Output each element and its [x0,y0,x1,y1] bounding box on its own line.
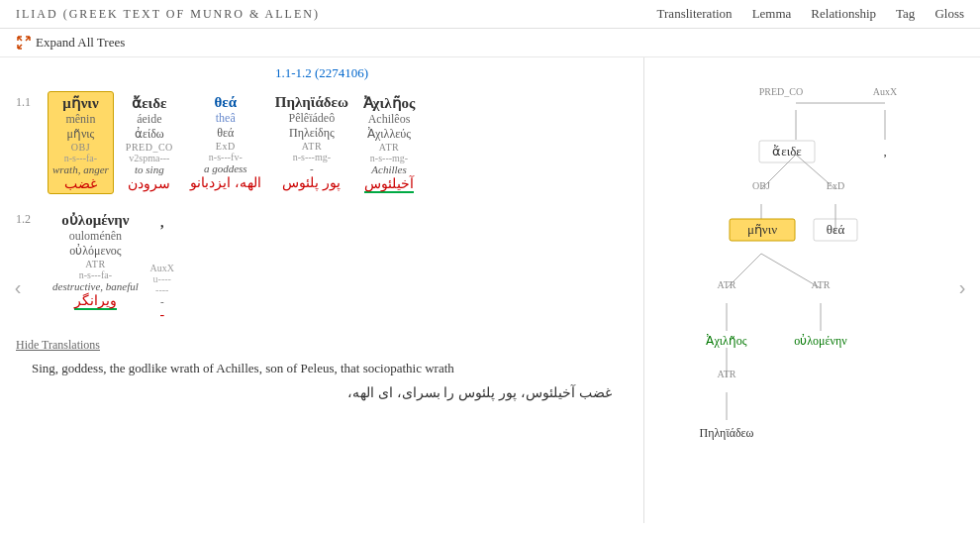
translit-aeide: áeide [137,112,161,127]
translit-thea: theâ [216,111,236,126]
page-title: ILIAD (GREEK TEXT OF MUNRO & ALLEN) [16,7,320,22]
left-panel: 1.1-1.2 (2274106) 1.1 μῆνιν mênin μῆνις … [0,57,643,523]
translit-achileos: Achilêos [368,112,411,127]
nav-lemma[interactable]: Lemma [752,6,792,22]
morph-thea: n-s---fv- [209,152,243,162]
nav-relationship[interactable]: Relationship [811,6,876,22]
lemma-aeide: ἀείδω [135,127,164,142]
tree-node-thea: θεά [827,222,845,237]
line-num-2: 1.2 [16,208,44,227]
lemma-menin: μῆνις [67,127,95,142]
tree-node-predco: PRED_CO [759,86,803,97]
next-arrow[interactable]: › [948,273,976,301]
comma-1: , [160,211,164,231]
tree-node-atr3: ATR [718,369,736,379]
greek-thea: θεά [214,94,237,111]
translit-peliiadeo: Pêlêïádeô [289,111,336,126]
tag-peliiadeo: ATR [302,141,322,152]
gloss-oulomenyn: destructive, baneful [52,280,139,292]
words-row-1: 1.1 μῆνιν mênin μῆνις OBJ n-s---fa- wrat… [16,91,628,196]
lemma-oulomenyn: οὐλόμενος [69,244,121,259]
top-bar: ILIAD (GREEK TEXT OF MUNRO & ALLEN) Tran… [0,0,980,29]
tree-node-aeide: ἄειδε [772,144,802,159]
translation-fa: غضب آخیلئوس، پور پلئوس را بسرای، ای الهه… [16,380,628,404]
persian-aeide: سرودن [128,175,170,191]
tree-node-auxx: AuxX [873,86,898,97]
morph-achileos: n-s---mg- [370,153,408,163]
tree-node-menin: μῆνιν [747,222,777,237]
expand-all-button[interactable]: Expand All Trees [16,35,125,51]
tree-node-achileos: Ἀχιλῆος [706,334,746,348]
tag-oulomenyn: ATR [85,259,105,269]
nav-tag[interactable]: Tag [896,6,915,22]
word-block-peliiadeo[interactable]: Πηληϊάδεω Pêlêïádeô Πηλείδης ATR n-s---m… [270,91,353,193]
greek-oulomenyn: οὐλομένην [61,211,129,229]
greek-peliiadeo: Πηληϊάδεω [275,94,348,111]
greek-menin: μῆνιν [62,94,99,112]
gloss-aeide: to sing [135,163,164,175]
expand-all-label: Expand All Trees [36,35,125,51]
greek-aeide: ἄειδε [132,94,166,112]
nav-transliteration[interactable]: Transliteration [657,6,733,22]
tree-node-atr2: ATR [812,279,831,290]
word-block-aeide[interactable]: ἄειδε áeide ἀείδω PRED_CO v2spma--- to s… [118,91,181,194]
gloss-peliiadeo: - [310,162,314,174]
lemma-achileos: Ἀχιλλεύς [367,127,411,142]
expand-icon [16,35,32,51]
persian-achileos: آخیلئوس [364,175,414,193]
tree-node-comma: , [883,144,886,159]
tag-achileos: ATR [379,142,399,153]
right-panel: PRED_CO AuxX ἄειδε , OBJ ExD μῆνιν θεά [643,57,980,523]
toolbar: Expand All Trees [0,29,980,57]
translation-en: Sing, goddess, the godlike wrath of Achi… [16,353,628,380]
tree-area: PRED_CO AuxX ἄειδε , OBJ ExD μῆνιν θεά [652,65,972,523]
tree-node-atr1: ATR [718,279,736,290]
word-block-comma: , AuxX u-------- - - [147,208,177,326]
top-nav: Transliteration Lemma Relationship Tag G… [657,6,964,22]
lemma-thea: θεά [217,126,234,141]
tag-menin: OBJ [71,142,90,153]
main-content: 1.1-1.2 (2274106) 1.1 μῆνιν mênin μῆνις … [0,57,980,523]
tag-aeide: PRED_CO [126,142,173,153]
morph-menin: n-s---fa- [64,153,97,163]
tree-node-oulomenyn: οὐλομένην [794,334,847,348]
persian-menin: غضب [64,175,97,191]
persian-thea: الهه، ایزدبانو [190,174,261,190]
verse-link[interactable]: 1.1-1.2 (2274106) [16,65,628,81]
morph-oulomenyn: n-s---fa- [79,269,112,280]
syntax-tree: PRED_CO AuxX ἄειδε , OBJ ExD μῆνιν θεά [652,65,969,521]
persian-oulomenyn: ویرانگر [74,292,117,310]
translit-menin: mênin [65,112,95,127]
persian-peliiadeo: پور پلئوس [282,174,341,190]
nav-gloss[interactable]: Gloss [934,6,964,22]
tree-node-obj: OBJ [752,180,770,191]
line-num-1: 1.1 [16,91,44,110]
word-block-oulomenyn[interactable]: οὐλομένην ouloménên οὐλόμενος ATR n-s---… [48,208,144,313]
translit-oulomenyn: ouloménên [69,229,122,244]
word-block-achileos[interactable]: Ἀχιλῆος Achilêos Ἀχιλλεύς ATR n-s---mg- … [357,91,421,196]
lemma-peliiadeo: Πηλείδης [289,126,335,141]
gloss-thea: a goddess [204,162,247,174]
word-block-menin[interactable]: μῆνιν mênin μῆνις OBJ n-s---fa- wrath, a… [48,91,114,194]
words-row-2: 1.2 οὐλομένην ouloménên οὐλόμενος ATR n-… [16,208,628,326]
greek-achileos: Ἀχιλῆος [363,94,416,112]
tree-node-peliiadeo: Πηληϊάδεω [699,426,753,440]
tree-node-exd: ExD [827,180,844,191]
gloss-menin: wrath, anger [52,163,109,175]
hide-translations[interactable]: Hide Translations [16,338,628,353]
word-block-thea[interactable]: θεά theâ θεά ExD n-s---fv- a goddess اله… [185,91,266,193]
morph-peliiadeo: n-s---mg- [293,152,331,162]
prev-arrow[interactable]: ‹ [4,273,32,301]
tag-thea: ExD [216,141,236,152]
morph-aeide: v2spma--- [129,153,169,163]
gloss-achileos: Achilles [371,163,406,175]
